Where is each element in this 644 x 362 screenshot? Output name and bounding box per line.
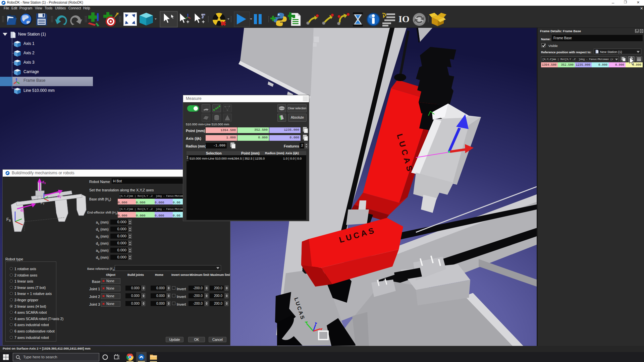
svg-text:IO: IO	[398, 14, 410, 24]
svg-text:FB: FB	[6, 217, 11, 222]
svg-text:d1: d1	[20, 208, 24, 213]
svg-text:d3: d3	[42, 180, 46, 185]
